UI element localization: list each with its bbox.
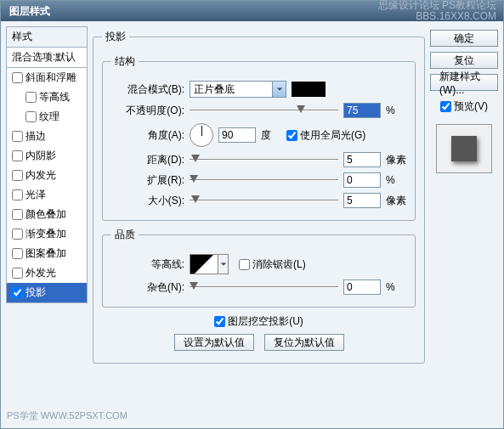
blend-mode-combo[interactable] <box>190 81 286 98</box>
quality-legend: 品质 <box>111 228 139 242</box>
styles-item[interactable]: 渐变叠加 <box>7 224 87 244</box>
styles-list: 样式 混合选项:默认 斜面和浮雕等高线纹理描边内阴影内发光光泽颜色叠加渐变叠加图… <box>6 26 88 303</box>
styles-item[interactable]: 图案叠加 <box>7 244 87 263</box>
layer-style-dialog: 图层样式 思缘设计论坛 PS教程论坛 BBS.16XX8.COM 样式 混合选项… <box>0 0 504 429</box>
noise-unit: % <box>386 281 406 293</box>
styles-item-label: 等高线 <box>39 90 70 104</box>
opacity-slider[interactable] <box>190 104 338 116</box>
chevron-down-icon[interactable] <box>272 82 286 97</box>
ok-button[interactable]: 确定 <box>430 30 498 47</box>
knockout-checkbox[interactable]: 图层挖空投影(U) <box>214 314 303 329</box>
angle-dial[interactable] <box>190 123 213 147</box>
angle-unit: 度 <box>261 128 281 143</box>
reset-default-button[interactable]: 复位为默认值 <box>264 334 344 351</box>
size-label: 大小(S): <box>111 194 184 208</box>
styles-item[interactable]: 内阴影 <box>7 146 87 166</box>
styles-item-label: 外发光 <box>25 266 56 280</box>
spread-unit: % <box>386 174 406 186</box>
cancel-button[interactable]: 复位 <box>430 52 498 69</box>
effect-panel: 投影 结构 混合模式(B): 不透明度(O): 75 <box>93 30 425 364</box>
contour-chevron-down-icon[interactable] <box>218 254 229 274</box>
preview-checkbox[interactable]: 预览(V) <box>440 99 488 114</box>
styles-item[interactable]: 内发光 <box>7 166 87 185</box>
styles-item-label: 内阴影 <box>25 149 56 163</box>
noise-slider[interactable] <box>190 281 338 293</box>
styles-item-label: 颜色叠加 <box>25 207 66 222</box>
styles-item[interactable]: 等高线 <box>7 87 87 107</box>
titlebar[interactable]: 图层样式 思缘设计论坛 PS教程论坛 BBS.16XX8.COM <box>1 1 503 21</box>
styles-item-checkbox[interactable] <box>12 189 23 200</box>
distance-slider[interactable] <box>190 154 338 166</box>
styles-item-label: 纹理 <box>39 110 59 124</box>
noise-label: 杂色(N): <box>111 280 184 295</box>
styles-item-checkbox[interactable] <box>12 170 23 181</box>
blend-mode-label: 混合模式(B): <box>111 82 184 97</box>
distance-label: 距离(D): <box>111 153 184 167</box>
styles-item-checkbox[interactable] <box>12 150 23 161</box>
opacity-unit: % <box>386 104 406 116</box>
styles-item-checkbox[interactable] <box>12 131 23 142</box>
styles-item-checkbox[interactable] <box>12 268 23 279</box>
size-slider[interactable] <box>190 195 338 206</box>
styles-item[interactable]: 光泽 <box>7 185 87 205</box>
distance-field[interactable]: 5 <box>343 152 381 167</box>
styles-item-checkbox[interactable] <box>25 111 37 122</box>
distance-unit: 像素 <box>386 153 406 167</box>
styles-item-label: 斜面和浮雕 <box>25 71 76 85</box>
styles-item-checkbox[interactable] <box>25 92 37 103</box>
styles-item[interactable]: 描边 <box>7 127 87 146</box>
styles-item[interactable]: 外发光 <box>7 263 87 283</box>
structure-group: 结构 混合模式(B): 不透明度(O): 75 % <box>102 54 416 221</box>
make-default-button[interactable]: 设置为默认值 <box>174 334 254 351</box>
spread-slider[interactable] <box>190 174 338 186</box>
styles-item[interactable]: 斜面和浮雕 <box>7 68 87 87</box>
noise-field[interactable]: 0 <box>343 279 381 295</box>
styles-item[interactable]: 投影 <box>7 283 87 302</box>
styles-item-checkbox[interactable] <box>12 72 23 83</box>
size-unit: 像素 <box>386 194 406 208</box>
footer-watermark: PS学堂 WWW.52PSXT.COM <box>7 409 127 422</box>
styles-item-label: 内发光 <box>25 168 56 183</box>
styles-item-label: 描边 <box>25 129 46 144</box>
styles-item-label: 投影 <box>25 285 46 300</box>
preview-thumbnail <box>436 124 492 173</box>
window-title: 图层样式 <box>9 4 50 19</box>
global-light-checkbox[interactable]: 使用全局光(G) <box>286 128 365 143</box>
spread-field[interactable]: 0 <box>343 172 381 188</box>
styles-item[interactable]: 纹理 <box>7 107 87 127</box>
new-style-button[interactable]: 新建样式(W)... <box>430 74 498 91</box>
spread-label: 扩展(R): <box>111 173 184 188</box>
angle-field[interactable]: 90 <box>218 127 256 143</box>
watermark: 思缘设计论坛 PS教程论坛 BBS.16XX8.COM <box>378 0 496 22</box>
angle-label: 角度(A): <box>111 128 184 143</box>
styles-item-label: 光泽 <box>25 188 46 202</box>
styles-item[interactable]: 颜色叠加 <box>7 205 87 224</box>
opacity-label: 不透明度(O): <box>111 104 184 118</box>
contour-swatch[interactable] <box>190 254 218 274</box>
styles-header[interactable]: 样式 <box>7 27 87 48</box>
size-field[interactable]: 5 <box>343 193 381 208</box>
structure-legend: 结构 <box>111 54 139 69</box>
color-swatch[interactable] <box>292 82 326 97</box>
blend-mode-value[interactable] <box>190 82 272 97</box>
styles-item-checkbox[interactable] <box>12 209 23 220</box>
styles-item-label: 图案叠加 <box>25 246 66 261</box>
contour-label: 等高线: <box>111 257 184 272</box>
styles-item-checkbox[interactable] <box>12 248 23 259</box>
opacity-field[interactable]: 75 <box>343 103 381 118</box>
styles-item-checkbox[interactable] <box>12 229 23 240</box>
effect-legend: 投影 <box>102 30 129 44</box>
antialias-checkbox[interactable]: 消除锯齿(L) <box>239 257 306 272</box>
styles-item-checkbox[interactable] <box>12 287 23 298</box>
quality-group: 品质 等高线: 消除锯齿(L) 杂色(N): <box>102 228 416 308</box>
blend-options-default[interactable]: 混合选项:默认 <box>7 48 87 68</box>
styles-item-label: 渐变叠加 <box>25 227 66 241</box>
